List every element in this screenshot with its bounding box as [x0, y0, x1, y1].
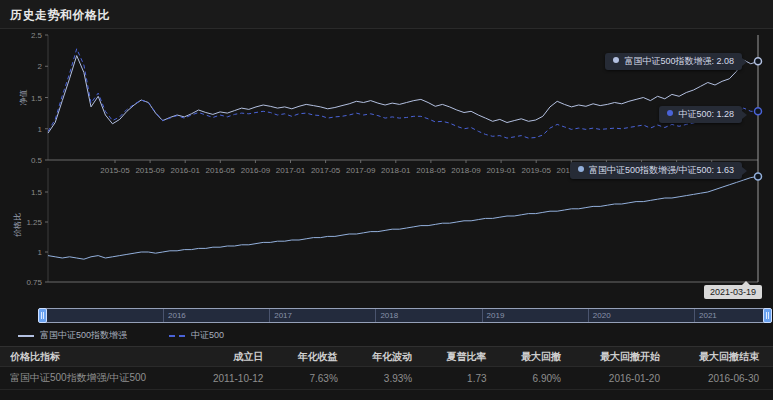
tooltip-benchmark-value: 中证500: 1.28 — [659, 106, 742, 123]
date-range-slider[interactable]: 201620172018201920202021 — [42, 308, 768, 323]
legend-item-benchmark[interactable]: 中证500 — [169, 329, 224, 342]
solid-line-swatch-icon — [18, 335, 34, 337]
col-header-inception: 成立日 — [193, 350, 267, 364]
slider-mark-2017: 2017 — [269, 309, 292, 322]
y-tick-label: 1.25 — [26, 218, 42, 227]
x-tick-label: 2018-09 — [451, 166, 481, 175]
series-end-marker-icon — [755, 58, 762, 65]
x-tick-label: 2019-05 — [522, 166, 552, 175]
slider-left-handle-icon[interactable] — [38, 308, 47, 323]
slider-mark-2016: 2016 — [163, 309, 186, 322]
y-axis-title: 价格比 — [13, 213, 22, 238]
tooltip-ratio-value: 富国中证500指数增强/中证500: 1.63 — [570, 162, 742, 179]
x-tick-label: 2017-01 — [276, 166, 306, 175]
slider-mark-2019: 2019 — [482, 309, 505, 322]
col-header-max-drawdown: 最大回撤 — [491, 350, 565, 364]
ratio-statistics-table: 价格比指标 成立日 年化收益 年化波动 夏普比率 最大回撤 最大回撤开始 最大回… — [0, 346, 773, 390]
benchmark-series-dot-icon — [667, 110, 673, 116]
tooltip-fund-value: 富国中证500指数增强: 2.08 — [605, 53, 742, 70]
cell-annual-return: 7.63% — [267, 373, 341, 384]
table-row[interactable]: 富国中证500指数增强/中证500 2011-10-12 7.63% 3.93%… — [0, 367, 773, 390]
ratio-series-dot-icon — [578, 166, 584, 172]
x-tick-label: 2016-05 — [206, 166, 236, 175]
x-tick-label: 2016-09 — [241, 166, 271, 175]
tooltip-axis-date: 2021-03-19 — [704, 285, 762, 299]
cell-annual-vol: 3.93% — [342, 373, 416, 384]
cell-inception: 2011-10-12 — [193, 373, 267, 384]
cell-drawdown-start: 2016-01-20 — [565, 373, 664, 384]
series-line — [48, 176, 758, 259]
x-tick-label: 2015-05 — [100, 166, 130, 175]
col-header-annual-return: 年化收益 — [267, 350, 341, 364]
series-end-marker-icon — [755, 173, 762, 180]
y-tick-label: 1.5 — [31, 94, 43, 103]
cell-drawdown-end: 2016-06-30 — [664, 373, 763, 384]
slider-mark-2021: 2021 — [694, 309, 717, 322]
fund-series-dot-icon — [613, 57, 619, 63]
col-header-drawdown-start: 最大回撤开始 — [565, 350, 664, 364]
series-end-marker-icon — [755, 108, 762, 115]
tooltip-ratio-text: 富国中证500指数增强/中证500: 1.63 — [589, 165, 734, 175]
y-tick-label: 0.75 — [26, 278, 42, 287]
x-tick-label: 2019-01 — [486, 166, 516, 175]
col-header-drawdown-end: 最大回撤结束 — [664, 350, 763, 364]
legend-benchmark-label: 中证500 — [191, 329, 224, 342]
col-header-indicator: 价格比指标 — [10, 350, 193, 364]
legend-fund-label: 富国中证500指数增强 — [40, 329, 127, 342]
y-tick-label: 1 — [38, 125, 43, 134]
y-tick-label: 1.5 — [31, 188, 43, 197]
slider-mark-2020: 2020 — [588, 309, 611, 322]
cell-sharpe: 1.73 — [416, 373, 490, 384]
price-history-chart[interactable]: 2.521.510.52015-052015-092016-012016-052… — [0, 0, 773, 305]
x-tick-label: 2017-05 — [311, 166, 341, 175]
x-tick-label: 2015-09 — [135, 166, 165, 175]
fund-analysis-panel: 历史走势和价格比 2.521.510.52015-052015-092016-0… — [0, 0, 773, 400]
col-header-annual-vol: 年化波动 — [342, 350, 416, 364]
y-tick-label: 2 — [38, 62, 43, 71]
y-tick-label: 2.5 — [31, 31, 43, 40]
x-tick-label: 2017-09 — [346, 166, 376, 175]
slider-mark-2018: 2018 — [375, 309, 398, 322]
x-tick-label: 2018-05 — [416, 166, 446, 175]
dashed-line-swatch-icon — [169, 335, 185, 337]
cell-max-drawdown: 6.90% — [491, 373, 565, 384]
col-header-sharpe: 夏普比率 — [416, 350, 490, 364]
table-header-row: 价格比指标 成立日 年化收益 年化波动 夏普比率 最大回撤 最大回撤开始 最大回… — [0, 346, 773, 367]
slider-right-handle-icon[interactable] — [763, 308, 772, 323]
chart-legend: 富国中证500指数增强 中证500 — [18, 329, 224, 342]
legend-item-fund[interactable]: 富国中证500指数增强 — [18, 329, 127, 342]
tooltip-fund-text: 富国中证500指数增强: 2.08 — [624, 56, 734, 66]
x-tick-label: 2018-01 — [381, 166, 411, 175]
y-tick-label: 0.5 — [31, 156, 43, 165]
x-tick-label: 2016-01 — [171, 166, 201, 175]
y-tick-label: 1 — [38, 248, 43, 257]
y-axis-title: 净值 — [19, 90, 28, 106]
cell-indicator: 富国中证500指数增强/中证500 — [10, 371, 193, 385]
tooltip-benchmark-text: 中证500: 1.28 — [678, 109, 734, 119]
